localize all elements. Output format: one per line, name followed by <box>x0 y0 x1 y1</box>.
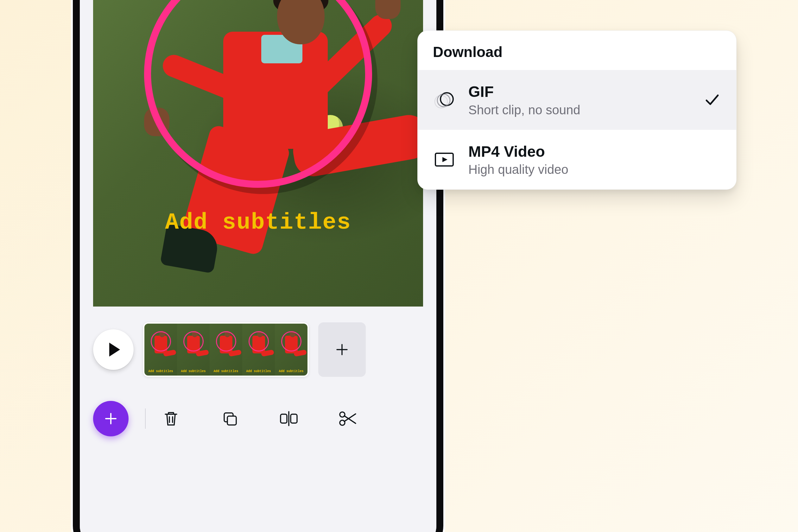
clip-thumbnail[interactable]: Add subtitles <box>210 324 242 376</box>
cut-button[interactable] <box>338 408 358 429</box>
svg-rect-2 <box>281 414 287 423</box>
delete-button[interactable] <box>161 408 181 429</box>
thumbnail-caption: Add subtitles <box>210 369 242 373</box>
phone-screen: Add subtitles Add subtitles Add subtitle… <box>80 0 436 532</box>
video-canvas[interactable]: Add subtitles <box>93 0 423 306</box>
plus-icon <box>103 411 118 426</box>
check-icon <box>703 91 721 109</box>
thumbnail-caption: Add subtitles <box>145 369 177 373</box>
toolbar-divider <box>145 408 146 429</box>
editor-toolbar <box>93 400 423 438</box>
download-panel: Download GIF Short clip, no sound <box>417 31 737 190</box>
thumbnail-caption: Add subtitles <box>275 369 307 373</box>
plus-icon <box>335 343 349 357</box>
clip-thumbnail[interactable]: Add subtitles <box>145 324 177 376</box>
timeline-row: Add subtitles Add subtitles Add subtitle… <box>93 321 423 378</box>
trash-icon <box>162 410 180 428</box>
duplicate-button[interactable] <box>220 408 240 429</box>
play-button[interactable] <box>93 329 134 370</box>
play-icon <box>109 343 120 357</box>
clip-thumbnail[interactable]: Add subtitles <box>275 324 307 376</box>
scissors-icon <box>338 410 357 428</box>
split-icon <box>279 410 299 428</box>
download-option-title: MP4 Video <box>468 142 721 161</box>
clip-thumbnail[interactable]: Add subtitles <box>242 324 275 376</box>
subtitle-overlay-text[interactable]: Add subtitles <box>93 210 423 235</box>
svg-rect-1 <box>227 416 236 425</box>
video-play-icon <box>433 148 456 171</box>
download-option-subtitle: High quality video <box>468 163 721 177</box>
split-button[interactable] <box>279 408 299 429</box>
copy-icon <box>221 410 239 428</box>
clip-thumbnails[interactable]: Add subtitles Add subtitles Add subtitle… <box>143 322 309 377</box>
clip-thumbnail[interactable]: Add subtitles <box>177 324 210 376</box>
download-panel-title: Download <box>418 31 736 70</box>
svg-rect-3 <box>291 414 297 423</box>
download-option-gif[interactable]: GIF Short clip, no sound <box>418 70 736 130</box>
thumbnail-caption: Add subtitles <box>177 369 210 373</box>
add-clip-button[interactable] <box>318 322 366 377</box>
download-option-subtitle: Short clip, no sound <box>468 103 691 117</box>
add-element-button[interactable] <box>93 401 129 436</box>
thumbnail-caption: Add subtitles <box>242 369 275 373</box>
phone-frame: Add subtitles Add subtitles Add subtitle… <box>73 0 443 532</box>
download-option-mp4[interactable]: MP4 Video High quality video <box>418 130 736 190</box>
gif-motion-icon <box>433 88 456 111</box>
download-option-title: GIF <box>468 83 691 101</box>
